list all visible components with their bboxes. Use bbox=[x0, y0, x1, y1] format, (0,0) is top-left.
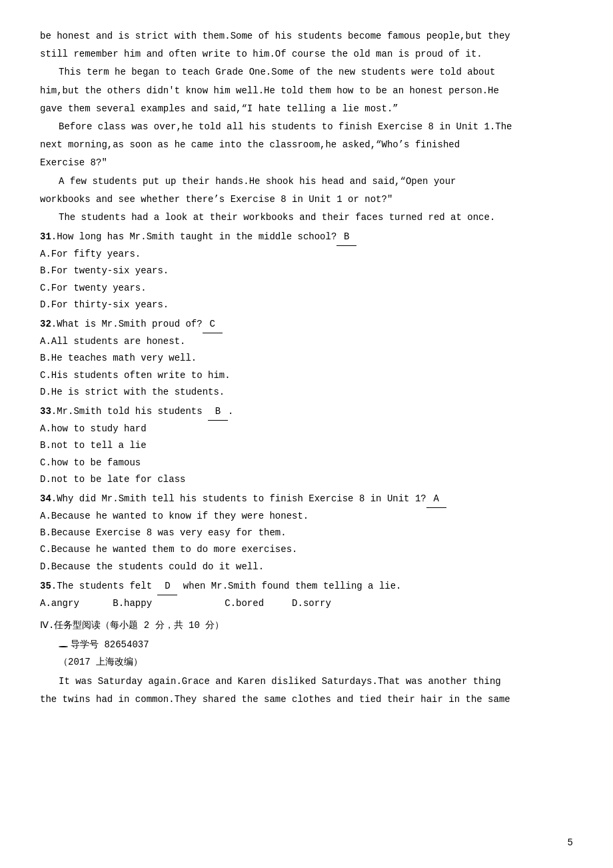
q35-optB: B.happy bbox=[113, 598, 152, 609]
para3-line3: Exercise 8?" bbox=[40, 155, 573, 171]
q32-optD: D.He is strict with the students. bbox=[40, 384, 573, 401]
para3-line1: Before class was over,he told all his st… bbox=[40, 119, 573, 135]
q35-options-row: A.angry B.happy C.bored D.sorry bbox=[40, 595, 573, 612]
q31-text: How long has Mr.Smith taught in the midd… bbox=[57, 231, 336, 242]
q32-text: What is Mr.Smith proud of? bbox=[57, 319, 202, 329]
section-4-header: Ⅳ.任务型阅读（每小题 2 分，共 10 分） bbox=[40, 617, 573, 634]
section-4-year: （2017 上海改编） bbox=[59, 654, 573, 671]
para6-line1: It was Saturday again.Grace and Karen di… bbox=[40, 673, 573, 690]
badge-circle bbox=[59, 646, 68, 647]
q32-dot: . bbox=[51, 319, 57, 329]
q35-optD: D.sorry bbox=[292, 598, 331, 609]
q35-answer: D bbox=[157, 578, 177, 595]
q34-dot: . bbox=[51, 493, 57, 504]
q33-optD: D.not to be late for class bbox=[40, 471, 573, 488]
q35-text: The students felt bbox=[57, 581, 152, 591]
para2-line1: This term he began to teach Grade One.So… bbox=[40, 64, 573, 81]
q31-optA: A.For fifty years. bbox=[40, 246, 573, 263]
q31-optB: B.For twenty-six years. bbox=[40, 263, 573, 279]
para2-line3: gave them several examples and said,“I h… bbox=[40, 101, 573, 117]
q31-optD: D.For thirty-six years. bbox=[40, 297, 573, 313]
q34-answer: A bbox=[426, 491, 446, 508]
para5-line1: The students had a look at their workboo… bbox=[40, 209, 573, 226]
para2-line2: him,but the others didn't know him well.… bbox=[40, 83, 573, 99]
paragraph-3: Before class was over,he told all his st… bbox=[40, 119, 573, 172]
q34-optA: A.Because he wanted to know if they were… bbox=[40, 508, 573, 525]
q31-answer: B bbox=[336, 229, 356, 246]
q32-number: 32 bbox=[40, 319, 51, 329]
q32-answer: C bbox=[203, 316, 223, 333]
question-35: 35.The students felt D when Mr.Smith fou… bbox=[40, 578, 573, 595]
section-4-label: Ⅳ.任务型阅读（每小题 2 分，共 10 分） bbox=[40, 620, 224, 631]
para4-line2: workbooks and see whether there’s Exerci… bbox=[40, 191, 573, 208]
para3-line2: next morning,as soon as he came into the… bbox=[40, 137, 573, 153]
page: be honest and is strict with them.Some o… bbox=[0, 0, 613, 868]
q33-number: 33 bbox=[40, 406, 51, 417]
page-number: 5 bbox=[568, 837, 573, 848]
paragraph-5: The students had a look at their workboo… bbox=[40, 209, 573, 226]
q31-dot: . bbox=[51, 231, 57, 242]
question-34: 34.Why did Mr.Smith tell his students to… bbox=[40, 491, 573, 508]
q32-optB: B.He teaches math very well. bbox=[40, 350, 573, 367]
q35-optC: C.bored bbox=[225, 598, 264, 609]
q35-optA: A.angry bbox=[40, 598, 79, 609]
paragraph-6: It was Saturday again.Grace and Karen di… bbox=[40, 673, 573, 708]
q33-optC: C.how to be famous bbox=[40, 455, 573, 471]
section-4-badge-line: 导学号 82654037 bbox=[59, 637, 573, 653]
q32-optA: A.All students are honest. bbox=[40, 333, 573, 350]
q33-optB: B.not to tell a lie bbox=[40, 437, 573, 454]
q34-optB: B.Because Exercise 8 was very easy for t… bbox=[40, 525, 573, 541]
q33-answer: B bbox=[208, 403, 228, 421]
q34-number: 34 bbox=[40, 493, 51, 504]
paragraph-4: A few students put up their hands.He sho… bbox=[40, 173, 573, 208]
q35-number: 35 bbox=[40, 581, 51, 591]
para1-line1: be honest and is strict with them.Some o… bbox=[40, 28, 573, 45]
q31-optC: C.For twenty years. bbox=[40, 280, 573, 297]
question-32: 32.What is Mr.Smith proud of?C bbox=[40, 316, 573, 333]
paragraph-2: This term he began to teach Grade One.So… bbox=[40, 64, 573, 117]
q33-text: Mr.Smith told his students bbox=[57, 406, 202, 417]
q34-text: Why did Mr.Smith tell his students to fi… bbox=[57, 493, 426, 504]
q34-optD: D.Because the students could do it well. bbox=[40, 559, 573, 575]
q34-optC: C.Because he wanted them to do more exer… bbox=[40, 541, 573, 558]
q32-optC: C.His students often write to him. bbox=[40, 367, 573, 384]
q31-number: 31 bbox=[40, 231, 51, 242]
para6-line2: the twins had in common.They shared the … bbox=[40, 691, 573, 708]
q35-text2: when Mr.Smith found them telling a lie. bbox=[183, 581, 402, 591]
badge-text: 导学号 82654037 bbox=[71, 639, 149, 650]
q33-optA: A.how to study hard bbox=[40, 421, 573, 437]
paragraph-1: be honest and is strict with them.Some o… bbox=[40, 28, 573, 63]
para1-line2: still remember him and often write to hi… bbox=[40, 46, 573, 63]
q33-dot: . bbox=[51, 406, 57, 417]
question-31: 31.How long has Mr.Smith taught in the m… bbox=[40, 229, 573, 246]
para4-line1: A few students put up their hands.He sho… bbox=[40, 173, 573, 190]
question-33: 33.Mr.Smith told his students B. bbox=[40, 403, 573, 421]
